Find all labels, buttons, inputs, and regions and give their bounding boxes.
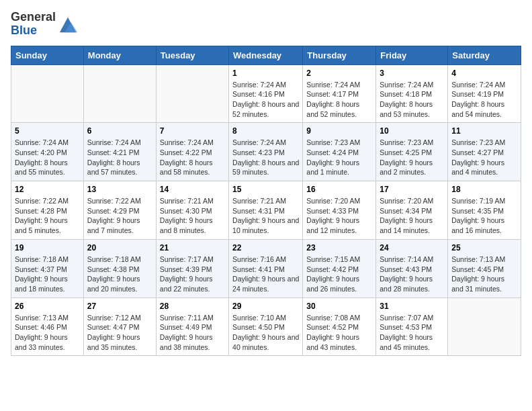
day-number: 3 [380,68,444,78]
calendar-cell: 29Sunrise: 7:10 AM Sunset: 4:50 PM Dayli… [229,298,303,356]
week-row-0: 1Sunrise: 7:24 AM Sunset: 4:16 PM Daylig… [11,64,521,123]
day-info: Sunrise: 7:18 AM Sunset: 4:37 PM Dayligh… [15,255,80,294]
calendar-cell: 27Sunrise: 7:12 AM Sunset: 4:47 PM Dayli… [83,298,156,356]
calendar-cell: 1Sunrise: 7:24 AM Sunset: 4:16 PM Daylig… [229,64,303,123]
calendar-cell: 7Sunrise: 7:24 AM Sunset: 4:22 PM Daylig… [156,123,228,181]
day-number: 29 [232,302,299,311]
calendar-cell: 9Sunrise: 7:23 AM Sunset: 4:24 PM Daylig… [303,123,376,181]
day-info: Sunrise: 7:24 AM Sunset: 4:18 PM Dayligh… [380,80,444,120]
logo-blue: Blue [11,24,37,37]
calendar-cell: 23Sunrise: 7:15 AM Sunset: 4:42 PM Dayli… [303,239,376,298]
day-info: Sunrise: 7:23 AM Sunset: 4:25 PM Dayligh… [380,138,444,177]
day-info: Sunrise: 7:20 AM Sunset: 4:34 PM Dayligh… [380,196,444,236]
logo-icon [58,15,77,34]
day-info: Sunrise: 7:24 AM Sunset: 4:20 PM Dayligh… [15,138,80,177]
day-number: 5 [15,126,80,136]
day-number: 14 [160,185,225,194]
calendar-cell: 26Sunrise: 7:13 AM Sunset: 4:46 PM Dayli… [11,298,84,356]
week-row-1: 5Sunrise: 7:24 AM Sunset: 4:20 PM Daylig… [11,123,521,181]
day-info: Sunrise: 7:13 AM Sunset: 4:45 PM Dayligh… [451,255,517,294]
day-info: Sunrise: 7:24 AM Sunset: 4:22 PM Dayligh… [160,138,225,177]
calendar-cell: 14Sunrise: 7:21 AM Sunset: 4:30 PM Dayli… [156,181,228,240]
weekday-header-wednesday: Wednesday [229,46,303,64]
weekday-header-monday: Monday [83,46,156,64]
weekday-header-sunday: Sunday [11,46,84,64]
calendar-cell: 12Sunrise: 7:22 AM Sunset: 4:28 PM Dayli… [11,181,84,240]
logo-general: General [11,10,56,24]
calendar-cell: 18Sunrise: 7:19 AM Sunset: 4:35 PM Dayli… [448,181,521,240]
weekday-header-row: SundayMondayTuesdayWednesdayThursdayFrid… [11,46,521,64]
day-number: 11 [451,126,517,136]
day-info: Sunrise: 7:24 AM Sunset: 4:19 PM Dayligh… [451,80,517,120]
calendar-cell: 19Sunrise: 7:18 AM Sunset: 4:37 PM Dayli… [11,239,84,298]
day-info: Sunrise: 7:21 AM Sunset: 4:31 PM Dayligh… [232,196,299,236]
day-number: 26 [15,302,80,311]
calendar-body: 1Sunrise: 7:24 AM Sunset: 4:16 PM Daylig… [11,64,521,356]
calendar-cell: 31Sunrise: 7:07 AM Sunset: 4:53 PM Dayli… [376,298,448,356]
day-info: Sunrise: 7:15 AM Sunset: 4:42 PM Dayligh… [306,255,372,294]
day-info: Sunrise: 7:17 AM Sunset: 4:39 PM Dayligh… [160,255,225,294]
day-number: 18 [451,185,517,194]
calendar-cell: 24Sunrise: 7:14 AM Sunset: 4:43 PM Dayli… [376,239,448,298]
day-number: 6 [87,126,152,136]
day-number: 22 [232,243,299,253]
page-header: General Blue [11,11,521,38]
day-number: 16 [306,185,372,194]
day-number: 21 [160,243,225,253]
logo: General Blue [11,11,77,38]
calendar-cell: 8Sunrise: 7:24 AM Sunset: 4:23 PM Daylig… [229,123,303,181]
calendar-cell: 13Sunrise: 7:22 AM Sunset: 4:29 PM Dayli… [83,181,156,240]
day-number: 1 [232,68,299,78]
calendar-cell: 17Sunrise: 7:20 AM Sunset: 4:34 PM Dayli… [376,181,448,240]
weekday-header-thursday: Thursday [303,46,376,64]
day-info: Sunrise: 7:11 AM Sunset: 4:49 PM Dayligh… [160,313,225,353]
day-info: Sunrise: 7:20 AM Sunset: 4:33 PM Dayligh… [306,196,372,236]
week-row-3: 19Sunrise: 7:18 AM Sunset: 4:37 PM Dayli… [11,239,521,298]
day-info: Sunrise: 7:08 AM Sunset: 4:52 PM Dayligh… [306,313,372,353]
weekday-header-tuesday: Tuesday [156,46,228,64]
calendar-cell: 25Sunrise: 7:13 AM Sunset: 4:45 PM Dayli… [448,239,521,298]
day-info: Sunrise: 7:19 AM Sunset: 4:35 PM Dayligh… [451,196,517,236]
day-number: 2 [306,68,372,78]
calendar-cell: 5Sunrise: 7:24 AM Sunset: 4:20 PM Daylig… [11,123,84,181]
calendar-cell [156,64,228,123]
day-info: Sunrise: 7:23 AM Sunset: 4:27 PM Dayligh… [451,138,517,177]
week-row-4: 26Sunrise: 7:13 AM Sunset: 4:46 PM Dayli… [11,298,521,356]
calendar-cell: 4Sunrise: 7:24 AM Sunset: 4:19 PM Daylig… [448,64,521,123]
day-number: 8 [232,126,299,136]
day-number: 28 [160,302,225,311]
weekday-header-saturday: Saturday [448,46,521,64]
day-number: 25 [451,243,517,253]
calendar-cell: 3Sunrise: 7:24 AM Sunset: 4:18 PM Daylig… [376,64,448,123]
day-info: Sunrise: 7:24 AM Sunset: 4:21 PM Dayligh… [87,138,152,177]
week-row-2: 12Sunrise: 7:22 AM Sunset: 4:28 PM Dayli… [11,181,521,240]
day-number: 7 [160,126,225,136]
day-info: Sunrise: 7:10 AM Sunset: 4:50 PM Dayligh… [232,313,299,353]
calendar-cell [11,64,84,123]
day-number: 10 [380,126,444,136]
day-number: 13 [87,185,152,194]
calendar-cell: 6Sunrise: 7:24 AM Sunset: 4:21 PM Daylig… [83,123,156,181]
day-number: 23 [306,243,372,253]
day-number: 20 [87,243,152,253]
day-number: 15 [232,185,299,194]
weekday-header-friday: Friday [376,46,448,64]
day-number: 27 [87,302,152,311]
day-info: Sunrise: 7:24 AM Sunset: 4:16 PM Dayligh… [232,80,299,120]
day-info: Sunrise: 7:24 AM Sunset: 4:17 PM Dayligh… [306,80,372,120]
calendar-table: SundayMondayTuesdayWednesdayThursdayFrid… [11,46,521,357]
calendar-cell: 21Sunrise: 7:17 AM Sunset: 4:39 PM Dayli… [156,239,228,298]
calendar-cell: 22Sunrise: 7:16 AM Sunset: 4:41 PM Dayli… [229,239,303,298]
day-info: Sunrise: 7:21 AM Sunset: 4:30 PM Dayligh… [160,196,225,236]
day-info: Sunrise: 7:07 AM Sunset: 4:53 PM Dayligh… [380,313,444,353]
day-info: Sunrise: 7:12 AM Sunset: 4:47 PM Dayligh… [87,313,152,353]
calendar-cell [83,64,156,123]
calendar-cell: 2Sunrise: 7:24 AM Sunset: 4:17 PM Daylig… [303,64,376,123]
calendar-cell [448,298,521,356]
day-number: 17 [380,185,444,194]
calendar-cell: 15Sunrise: 7:21 AM Sunset: 4:31 PM Dayli… [229,181,303,240]
calendar-cell: 10Sunrise: 7:23 AM Sunset: 4:25 PM Dayli… [376,123,448,181]
day-number: 24 [380,243,444,253]
day-number: 19 [15,243,80,253]
day-info: Sunrise: 7:18 AM Sunset: 4:38 PM Dayligh… [87,255,152,294]
